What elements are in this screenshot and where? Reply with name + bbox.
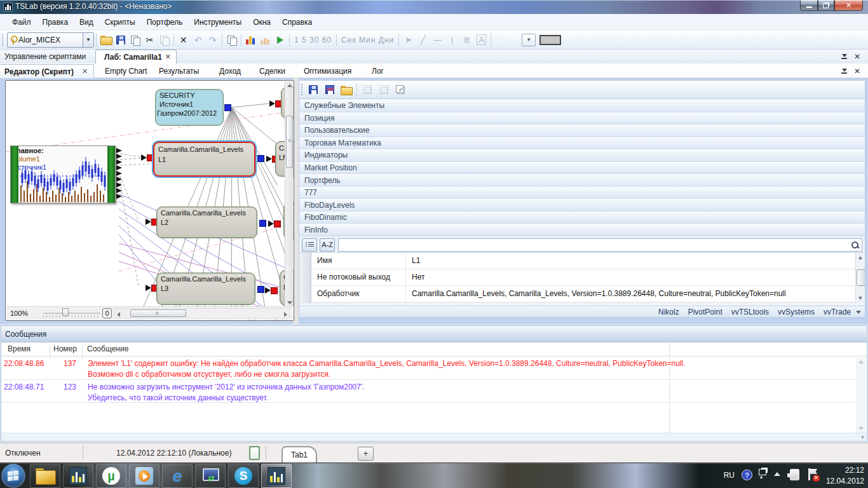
tray-window-icon[interactable] — [759, 469, 766, 475]
tab-income[interactable]: Доход — [219, 67, 241, 76]
property-grid-scrollbar[interactable] — [855, 253, 865, 303]
col-number[interactable]: Номер — [53, 344, 77, 353]
category-service-elements[interactable]: Служебные Элементы — [299, 100, 865, 112]
canvas-vscrollbar[interactable] — [285, 81, 293, 307]
property-row-name[interactable]: Имя L1 — [311, 253, 855, 269]
tab-results[interactable]: Результаты — [159, 67, 199, 76]
tray-power-icon[interactable] — [790, 469, 799, 480]
account-dropdown[interactable]: ▼ — [83, 33, 93, 47]
close-button[interactable]: ✕ — [834, 0, 863, 11]
palette-search-input[interactable] — [338, 238, 862, 252]
toolbar-grip[interactable] — [1, 34, 4, 46]
node-camarilla-l2[interactable]: Camarilla.Camarilla_Levels L2 — [156, 207, 257, 238]
messages-hscrollbar[interactable] — [1, 433, 867, 441]
category-indicators[interactable]: Индикаторы — [299, 149, 865, 162]
status-tab1[interactable]: Tab1 — [281, 446, 317, 463]
script-canvas[interactable]: SECURITY Источник1 Газпром2007:2012 — [5, 80, 294, 321]
security-output-pin[interactable] — [224, 104, 231, 111]
menu-view[interactable]: Вид — [74, 15, 99, 29]
select-tool-button[interactable] — [360, 83, 374, 97]
properties-button[interactable] — [224, 32, 239, 48]
category-user[interactable]: Пользовательские — [299, 125, 865, 137]
vline-tool[interactable]: | — [445, 32, 459, 48]
open-button[interactable] — [98, 32, 113, 48]
category-market-position[interactable]: Market Position — [299, 162, 865, 175]
category-position[interactable]: Позиция — [299, 112, 865, 125]
restore-button[interactable] — [818, 0, 834, 11]
category-777[interactable]: 777 — [299, 187, 865, 200]
message-row-info[interactable]: 22:08:48.71 123 Не возможно загрузить ин… — [1, 380, 867, 403]
color-dropdown[interactable]: ▼ — [522, 34, 536, 46]
taskbar-ie[interactable]: e — [162, 464, 193, 488]
canvas-hscroll-thumb[interactable] — [130, 309, 186, 317]
node-security[interactable]: SECURITY Источник1 Газпром2007:2012 — [155, 89, 224, 126]
library-vvsystems[interactable]: vvSystems — [778, 308, 815, 316]
palette-save-button[interactable] — [306, 83, 320, 97]
zoom-slider-thumb[interactable] — [62, 308, 69, 316]
library-nikolz[interactable]: Nikolz — [658, 308, 679, 316]
tab-editor-close-icon[interactable]: ✕ — [82, 67, 88, 76]
interval-buttons[interactable]: 1 5 30 60 — [292, 36, 334, 44]
node-camarilla-l1[interactable]: Camarilla.Camarilla_Levels L1 — [153, 142, 255, 177]
menu-scripts[interactable]: Скрипты — [99, 15, 141, 29]
hline-tool[interactable]: — — [430, 32, 445, 48]
l2-next-pin[interactable] — [274, 220, 281, 227]
taskbar-mediaplayer[interactable] — [129, 464, 159, 488]
save-button[interactable] — [113, 32, 128, 48]
message-row-error[interactable]: 22:08:48.86 137 Элемент 'L1' содержит ош… — [1, 356, 867, 380]
undo-button[interactable]: ↶ — [191, 32, 205, 48]
sort-az-button[interactable]: A-Z — [320, 238, 335, 252]
run-button[interactable] — [273, 32, 287, 48]
taskbar-tslab-active[interactable] — [261, 464, 292, 488]
pin-view-icon[interactable] — [840, 67, 848, 75]
taskbar-tslab[interactable] — [63, 464, 93, 488]
close-view-icon[interactable]: ✕ — [854, 67, 860, 75]
chart-button[interactable] — [243, 32, 258, 48]
category-fibodaylevels[interactable]: FiboDayLevels — [299, 199, 865, 212]
menu-file[interactable]: Файл — [6, 15, 37, 29]
cursor-tool[interactable]: ➤ — [401, 32, 416, 48]
taskbar-explorer[interactable] — [30, 464, 60, 488]
library-more-icon[interactable] — [856, 311, 861, 314]
menu-tools[interactable]: Инструменты — [188, 15, 247, 29]
l2-output-pin[interactable] — [259, 220, 266, 227]
minimize-button[interactable] — [800, 0, 818, 11]
start-button[interactable] — [1, 464, 25, 488]
l3-next-pin[interactable] — [271, 287, 278, 294]
color-swatch[interactable] — [539, 35, 561, 45]
property-row-stream[interactable]: Не потоковый выход Нет — [311, 269, 855, 286]
tab-optimization[interactable]: Оптимизация — [304, 67, 351, 76]
palette-saveas-button[interactable] — [323, 83, 337, 97]
tab-editor-script[interactable]: Редактор (Скрипт) ✕ — [0, 64, 94, 78]
menu-portfolio[interactable]: Портфель — [141, 15, 189, 29]
library-pivotpoint[interactable]: PivotPoint — [688, 308, 722, 316]
property-row-handler[interactable]: Обработчик Camarilla.Camarilla_Levels, C… — [311, 286, 855, 302]
delete-button[interactable]: ✕ — [176, 32, 191, 48]
taskbar-skype[interactable]: S — [228, 464, 259, 488]
redo-button[interactable]: ↷ — [205, 32, 220, 48]
palette-open-button[interactable] — [339, 83, 353, 97]
tray-expand-icon[interactable] — [774, 472, 780, 476]
node-chart-pane[interactable]: Главное: Volume1 Источник1 — [10, 146, 116, 203]
close-panel-icon[interactable]: ✕ — [854, 53, 860, 60]
l3-output-pin[interactable] — [257, 286, 264, 293]
tab-empty-chart[interactable]: Empty Chart — [105, 67, 147, 76]
canvas-vscroll-thumb[interactable] — [286, 116, 293, 168]
tab-close-icon[interactable]: ✕ — [165, 53, 171, 61]
cut-button[interactable]: ✂ — [142, 32, 157, 48]
select-all-button[interactable] — [377, 83, 391, 97]
library-vvtrade[interactable]: vvTrade — [824, 308, 851, 316]
menu-edit[interactable]: Правка — [37, 15, 74, 29]
menu-windows[interactable]: Окна — [247, 15, 276, 29]
zoom-reset-button[interactable]: 0 — [102, 308, 112, 318]
tab-log[interactable]: Лог — [372, 67, 384, 76]
tab-lab-camarilla1[interactable]: Лаб: Camarilla1 ✕ — [95, 50, 177, 64]
category-portfolio[interactable]: Портфель — [299, 174, 865, 187]
tab-deals[interactable]: Сделки — [259, 67, 285, 76]
col-message[interactable]: Сообщение — [87, 344, 128, 353]
library-vvtsltools[interactable]: vvTSLtools — [731, 308, 769, 316]
text-tool[interactable]: ≣ — [459, 32, 474, 48]
account-combo[interactable]: Alor_MICEX ▼ — [7, 32, 94, 48]
add-tab-button[interactable]: + — [358, 447, 374, 461]
menu-help[interactable]: Справка — [276, 15, 318, 29]
